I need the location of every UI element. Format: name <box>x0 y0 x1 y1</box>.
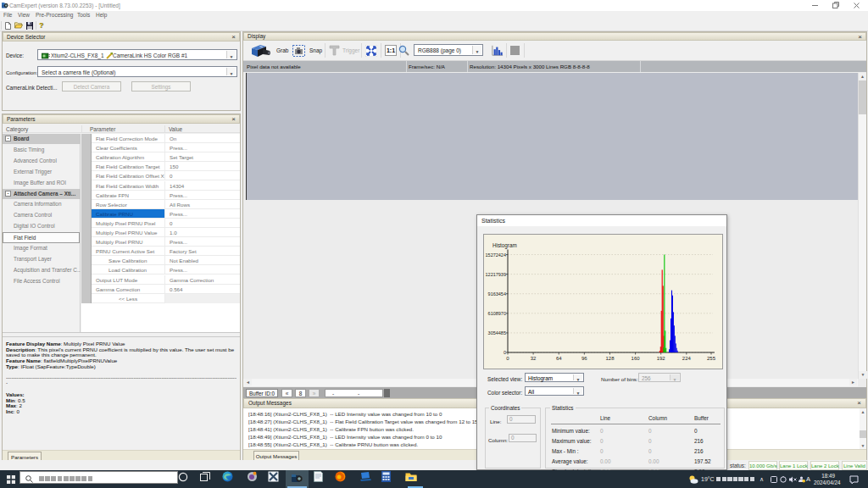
svg-text:32: 32 <box>531 356 537 361</box>
svg-text:255: 255 <box>707 356 716 361</box>
svg-text:128: 128 <box>605 356 615 361</box>
svg-text:192: 192 <box>657 356 666 361</box>
svg-text:15272424: 15272424 <box>486 252 506 258</box>
svg-text:160: 160 <box>632 356 641 361</box>
svg-text:6108970: 6108970 <box>488 311 506 316</box>
svg-text:64: 64 <box>556 356 562 361</box>
svg-text:0: 0 <box>506 356 509 361</box>
svg-text:0: 0 <box>504 350 506 355</box>
svg-text:224: 224 <box>682 356 692 361</box>
svg-text:3054485: 3054485 <box>488 330 506 336</box>
svg-text:96: 96 <box>581 356 587 361</box>
svg-text:9163454: 9163454 <box>488 291 506 297</box>
svg-text:12217939: 12217939 <box>486 272 506 277</box>
